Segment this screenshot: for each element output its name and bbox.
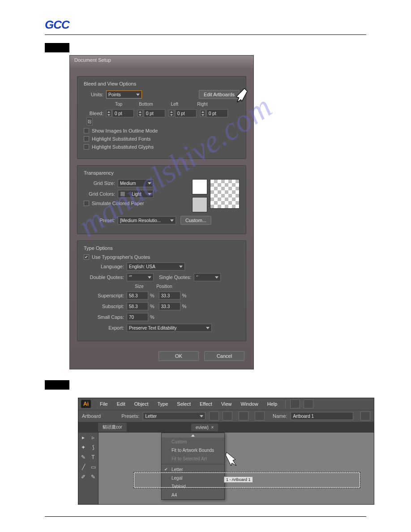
single-quotes-select[interactable]: ‘’ [194, 273, 221, 281]
bleed-top-stepper[interactable] [106, 110, 111, 117]
swatch-gray[interactable] [192, 197, 207, 212]
double-quotes-value: “” [129, 275, 132, 280]
presets-select[interactable]: Letter [143, 412, 206, 420]
app-icon: Ai [81, 400, 91, 408]
cancel-button[interactable]: Cancel [204, 351, 244, 361]
layout-icon[interactable] [304, 399, 313, 408]
simulate-paper-checkbox[interactable] [84, 201, 89, 206]
tab-suffix: eview) [196, 425, 209, 430]
units-value: Points [108, 92, 121, 97]
units-label: Units: [84, 92, 103, 97]
menu-effect[interactable]: Effect [196, 401, 216, 407]
dialog-title: Document Setup [70, 56, 253, 70]
menu-help[interactable]: Help [264, 401, 281, 407]
preset-a4[interactable]: A4 [162, 491, 224, 499]
magic-wand-tool-icon[interactable]: ✦ [78, 442, 88, 452]
gridcolors-label: Grid Colors: [84, 191, 115, 197]
pen-tool-icon[interactable]: ✎ [78, 452, 88, 462]
menu-type[interactable]: Type [154, 401, 172, 407]
chevron-down-icon [148, 182, 151, 184]
menu-window[interactable]: Window [237, 401, 262, 407]
name-label: Name: [273, 413, 287, 419]
divider-top [45, 34, 366, 35]
col-right: Right [188, 102, 216, 107]
chevron-down-icon [136, 94, 140, 96]
col-bottom: Bottom [131, 102, 161, 107]
selection-tool-icon[interactable]: ▸ [78, 433, 88, 442]
panel-title: Type Options [84, 245, 240, 251]
bleed-right-input[interactable]: 0 pt [206, 109, 228, 117]
superscript-pos-input[interactable]: 33.3 [159, 292, 180, 300]
show-images-checkbox[interactable] [84, 128, 89, 133]
single-quotes-value: ‘’ [196, 275, 198, 280]
type-tool-icon[interactable]: T [88, 452, 98, 462]
orientation-landscape-icon[interactable] [223, 412, 232, 420]
swatch-white[interactable] [192, 179, 207, 194]
typographers-quotes-checkbox[interactable] [84, 254, 89, 260]
bleed-left-input[interactable]: 0 pt [175, 109, 197, 117]
line-tool-icon[interactable]: ╱ [78, 462, 88, 472]
layout-icon[interactable] [290, 399, 300, 408]
custom-button[interactable]: Custom... [180, 216, 211, 225]
panel-title: Transparency [84, 170, 240, 176]
artboard-name-input[interactable]: Artboard 1 [291, 412, 353, 420]
separator [162, 464, 224, 464]
lasso-tool-icon[interactable]: ⟆ [88, 442, 98, 452]
size-col: Size [127, 284, 152, 289]
bleed-bottom-input[interactable]: 0 pt [144, 109, 165, 117]
document-tab[interactable]: 貓頭鷹cor [98, 423, 127, 432]
close-icon[interactable]: × [211, 425, 214, 430]
subscript-pos-input[interactable]: 33.3 [159, 302, 180, 310]
direct-selection-tool-icon[interactable]: ▹ [88, 433, 98, 442]
highlight-glyphs-label: Highlight Substituted Glyphs [92, 144, 154, 150]
units-select[interactable]: Points [106, 90, 142, 99]
gridcolors-select[interactable]: Light [118, 190, 154, 198]
export-label: Export: [84, 325, 124, 330]
bleed-bottom-stepper[interactable] [137, 110, 143, 117]
preset-fit-selected[interactable]: Fit to Selected Art [162, 455, 224, 463]
position-col: Position [152, 284, 177, 289]
toolbox: ▸ ▹ ✦ ⟆ ✎ T ╱ ▭ ✐ ✎ [78, 433, 98, 504]
chevron-down-icon [206, 327, 210, 329]
new-artboard-icon[interactable] [239, 412, 248, 420]
bleed-left-stepper[interactable] [169, 110, 174, 117]
orientation-portrait-icon[interactable] [209, 412, 219, 420]
swatch-icon [120, 191, 125, 197]
menu-object[interactable]: Object [131, 401, 152, 407]
single-quotes-label: Single Quotes: [159, 275, 191, 280]
preset-select[interactable]: [Medium Resolutio... [118, 216, 176, 224]
scroll-up-icon[interactable] [162, 433, 224, 438]
language-select[interactable]: English: USA [127, 262, 185, 270]
bleed-right-stepper[interactable] [200, 110, 206, 117]
menu-file[interactable]: File [96, 401, 111, 407]
preset-custom[interactable]: Custom [162, 438, 224, 446]
preset-fit-artwork-bounds[interactable]: Fit to Artwork Bounds [162, 446, 224, 455]
document-tab[interactable]: eview) × [191, 424, 218, 431]
options-icon[interactable] [360, 412, 370, 420]
bleed-top-input[interactable]: 0 pt [112, 109, 134, 117]
subscript-size-input[interactable]: 58.3 [127, 302, 148, 310]
bleed-label: Bleed: [84, 111, 103, 116]
gridsize-select[interactable]: Medium [118, 179, 154, 187]
delete-artboard-icon[interactable] [255, 412, 265, 420]
brush-tool-icon[interactable]: ✐ [78, 472, 88, 482]
highlight-fonts-checkbox[interactable] [84, 136, 89, 142]
canvas[interactable]: Custom Fit to Artwork Bounds Fit to Sele… [98, 433, 374, 504]
double-quotes-select[interactable]: “” [127, 273, 154, 281]
pencil-tool-icon[interactable]: ✎ [88, 472, 98, 482]
menu-edit[interactable]: Edit [113, 401, 129, 407]
menu-view[interactable]: View [218, 401, 235, 407]
double-quotes-label: Double Quotes: [84, 275, 124, 280]
ok-button[interactable]: OK [158, 351, 199, 361]
export-select[interactable]: Preserve Text Editability [127, 324, 212, 332]
simulate-paper-label: Simulate Colored Paper [92, 201, 144, 206]
menu-select[interactable]: Select [173, 401, 194, 407]
highlight-glyphs-checkbox[interactable] [84, 144, 89, 150]
bleed-view-panel: Bleed and View Options Units: Points Edi… [77, 76, 246, 159]
chevron-down-icon [200, 415, 203, 417]
superscript-size-input[interactable]: 58.3 [127, 292, 148, 300]
chevron-down-icon [215, 276, 218, 279]
rectangle-tool-icon[interactable]: ▭ [88, 462, 98, 472]
link-icon[interactable]: ⛓ [86, 117, 93, 125]
smallcaps-input[interactable]: 70 [127, 313, 148, 321]
